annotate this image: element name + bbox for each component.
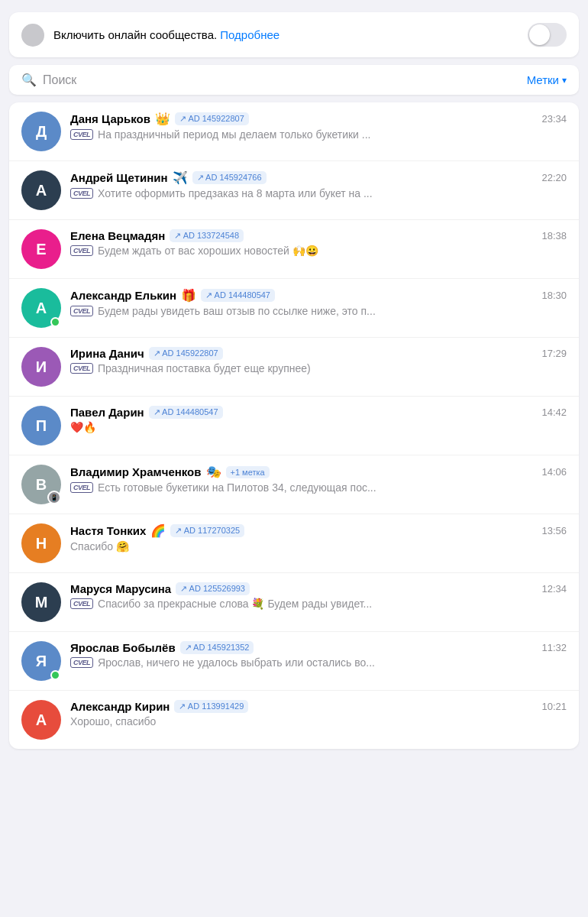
conversation-item[interactable]: ААндрей Щетинин✈️↗ AD 14592476622:20CVEL… xyxy=(9,161,579,220)
conv-message-preview: На праздничный период мы делаем только б… xyxy=(98,128,370,141)
conversation-item[interactable]: ЕЕлена Вецмадян↗ AD 13372454818:38CVELБу… xyxy=(9,220,579,279)
conv-time: 11:32 xyxy=(541,642,567,653)
conv-name-row: Ярослав Бобылёв↗ AD 145921352 xyxy=(70,641,254,654)
avatar-wrap: Е xyxy=(21,229,61,269)
online-indicator xyxy=(50,670,60,680)
conversation-item[interactable]: ЯЯрослав Бобылёв↗ AD 14592135211:32CVELЯ… xyxy=(9,632,579,691)
conv-time: 17:29 xyxy=(541,348,567,359)
avatar-wrap: Н xyxy=(21,523,61,563)
phone-badge-icon: 📱 xyxy=(47,491,61,504)
avatar-wrap: В📱 xyxy=(21,465,61,504)
conv-message-preview: Спасибо 🤗 xyxy=(70,540,129,552)
conversation-item[interactable]: ААлександр Елькин🎁↗ AD 14448054718:30CVE… xyxy=(9,279,579,338)
ad-badge: ↗ AD 144480547 xyxy=(201,289,275,302)
conv-preview: CVELЕсть готовые букетики на Пилотов 34,… xyxy=(70,481,567,494)
conv-message-preview: Спасибо за прекрасные слова 💐 Будем рады… xyxy=(98,598,372,610)
cvel-logo: CVEL xyxy=(70,482,93,493)
conv-header: Елена Вецмадян↗ AD 13372454818:38 xyxy=(70,229,567,242)
conversation-item[interactable]: ИИрина Данич↗ AD 14592280717:29CVELПразд… xyxy=(9,338,579,397)
avatar: Д xyxy=(21,112,61,151)
conv-name: Ярослав Бобылёв xyxy=(70,641,176,654)
conv-header: Даня Царьков👑↗ AD 14592280723:34 xyxy=(70,112,567,126)
conv-message-preview: Будем рады увидеть ваш отзыв по ссылке н… xyxy=(98,305,376,317)
avatar: И xyxy=(21,347,61,387)
avatar-wrap: Д xyxy=(21,112,61,151)
conv-emoji-icon: 👑 xyxy=(155,112,170,126)
conv-time: 12:34 xyxy=(541,583,567,595)
conv-time: 13:56 xyxy=(541,525,567,536)
conv-time: 14:42 xyxy=(541,407,567,418)
cvel-logo: CVEL xyxy=(70,129,93,140)
avatar: А xyxy=(21,700,61,740)
avatar: П xyxy=(21,406,61,446)
ad-badge: ↗ AD 117270325 xyxy=(170,524,244,537)
conv-header: Владимир Храмченков🎭+1 метка14:06 xyxy=(70,465,567,479)
search-input[interactable]: Поиск xyxy=(43,73,521,87)
conv-emoji-icon: 🎭 xyxy=(206,465,221,479)
conv-name: Настя Тонких xyxy=(70,524,146,537)
cvel-logo: CVEL xyxy=(70,306,93,316)
cvel-logo: CVEL xyxy=(70,188,93,199)
banner-text: Включить онлайн сообщества. Подробнее xyxy=(53,28,519,41)
cvel-logo: CVEL xyxy=(70,245,93,256)
conv-name: Андрей Щетинин xyxy=(70,171,168,184)
conv-name-row: Настя Тонких🌈↗ AD 117270325 xyxy=(70,523,244,538)
conv-header: Ирина Данич↗ AD 14592280717:29 xyxy=(70,347,567,360)
conv-message-preview: Ярослав, ничего не удалось выбрать или о… xyxy=(98,656,375,669)
conv-content: Владимир Храмченков🎭+1 метка14:06CVELЕст… xyxy=(70,465,567,494)
ad-badge: ↗ AD 113991429 xyxy=(174,700,248,713)
conv-name: Владимир Храмченков xyxy=(70,465,202,478)
metki-filter-button[interactable]: Метки ▾ xyxy=(527,73,567,86)
conversation-item[interactable]: ННастя Тонких🌈↗ AD 11727032513:56Спасибо… xyxy=(9,514,579,573)
conv-time: 18:38 xyxy=(541,230,567,241)
conv-header: Андрей Щетинин✈️↗ AD 14592476622:20 xyxy=(70,170,567,185)
conversation-item[interactable]: В📱Владимир Храмченков🎭+1 метка14:06CVELЕ… xyxy=(9,455,579,514)
conv-name-row: Владимир Храмченков🎭+1 метка xyxy=(70,465,270,479)
conv-message-preview: Есть готовые букетики на Пилотов 34, сле… xyxy=(98,481,376,494)
ad-badge: ↗ AD 145921352 xyxy=(180,641,254,654)
conversation-item[interactable]: ППавел Дарин↗ AD 14448054714:42❤️🔥 xyxy=(9,397,579,455)
conv-header: Александр Кирин↗ AD 11399142910:21 xyxy=(70,700,567,713)
conv-message-preview: Хорошо, спасибо xyxy=(70,715,156,727)
conv-preview: CVELБудем рады увидеть ваш отзыв по ссыл… xyxy=(70,305,567,317)
conv-preview: Хорошо, спасибо xyxy=(70,715,567,727)
conv-preview: CVELСпасибо за прекрасные слова 💐 Будем … xyxy=(70,598,567,610)
metki-label: Метки xyxy=(527,73,559,86)
conversation-item[interactable]: ААлександр Кирин↗ AD 11399142910:21Хорош… xyxy=(9,691,579,749)
banner-main-text: Включить онлайн сообщества. xyxy=(53,28,217,41)
conv-name: Павел Дарин xyxy=(70,406,144,419)
conv-content: Елена Вецмадян↗ AD 13372454818:38CVELБуд… xyxy=(70,229,567,257)
avatar-wrap: А xyxy=(21,288,61,328)
conv-name: Ирина Данич xyxy=(70,347,144,360)
conv-name-row: Павел Дарин↗ AD 144480547 xyxy=(70,406,223,419)
search-icon: 🔍 xyxy=(21,73,37,87)
conv-emoji-icon: ✈️ xyxy=(173,170,188,185)
banner-link[interactable]: Подробнее xyxy=(220,28,279,41)
conv-content: Ярослав Бобылёв↗ AD 14592135211:32CVELЯр… xyxy=(70,641,567,669)
chevron-down-icon: ▾ xyxy=(562,75,567,86)
conv-name-row: Даня Царьков👑↗ AD 145922807 xyxy=(70,112,249,126)
conv-header: Маруся Марусина↗ AD 12552699312:34 xyxy=(70,582,567,595)
conv-emoji-icon: 🎁 xyxy=(181,288,196,303)
conversation-item[interactable]: ДДаня Царьков👑↗ AD 14592280723:34CVELНа … xyxy=(9,102,579,161)
conversation-item[interactable]: ММаруся Марусина↗ AD 12552699312:34CVELС… xyxy=(9,573,579,632)
conv-time: 23:34 xyxy=(541,113,567,125)
conv-content: Александр Кирин↗ AD 11399142910:21Хорошо… xyxy=(70,700,567,727)
ad-badge: ↗ AD 133724548 xyxy=(170,229,244,242)
avatar-wrap: Я xyxy=(21,641,61,681)
banner-icon xyxy=(21,24,44,47)
conv-content: Маруся Марусина↗ AD 12552699312:34CVELСп… xyxy=(70,582,567,610)
online-communities-banner: Включить онлайн сообщества. Подробнее xyxy=(9,12,579,57)
conv-content: Александр Елькин🎁↗ AD 14448054718:30CVEL… xyxy=(70,288,567,317)
conv-message-preview: Праздничная поставка будет еще крупнее) xyxy=(98,362,311,374)
conv-content: Павел Дарин↗ AD 14448054714:42❤️🔥 xyxy=(70,406,567,433)
conv-preview: ❤️🔥 xyxy=(70,421,567,433)
avatar: Н xyxy=(21,523,61,563)
conv-header: Ярослав Бобылёв↗ AD 14592135211:32 xyxy=(70,641,567,654)
search-bar: 🔍 Поиск Метки ▾ xyxy=(9,65,579,95)
conv-name: Елена Вецмадян xyxy=(70,229,165,242)
online-toggle[interactable] xyxy=(528,23,567,47)
conv-name: Даня Царьков xyxy=(70,112,150,125)
conv-message-preview: Будем ждать от вас хороших новостей 🙌😀 xyxy=(98,245,318,257)
conv-time: 22:20 xyxy=(541,172,567,183)
